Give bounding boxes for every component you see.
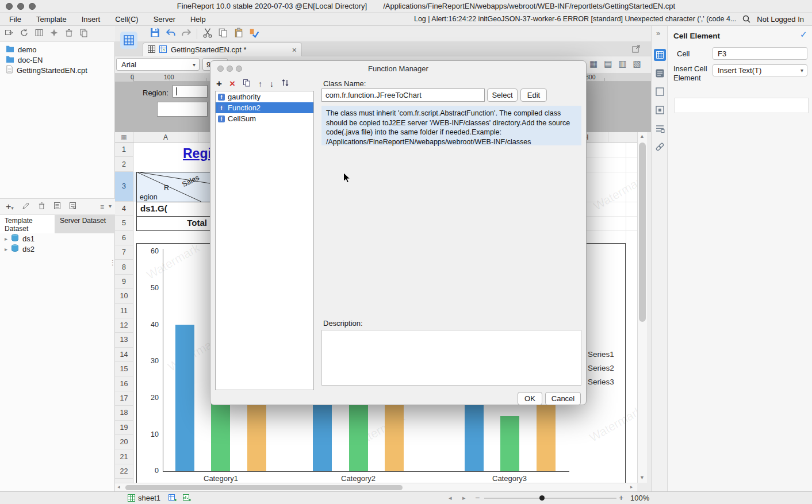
next-sheet-icon[interactable]: ▸ — [462, 494, 466, 502]
insert-chart-sheet-icon[interactable] — [183, 494, 191, 504]
insert-type-select[interactable]: Insert Text(T) ▾ — [713, 64, 807, 76]
collapse-panel-icon[interactable]: ▾ — [109, 203, 112, 211]
scroll-up-icon[interactable]: ▲ — [639, 133, 645, 139]
copy-icon[interactable] — [79, 28, 89, 40]
tree-item-doc-en[interactable]: doc-EN — [0, 55, 115, 65]
condition-attributes-icon[interactable] — [654, 122, 666, 134]
row-header-6[interactable]: 6 — [115, 231, 133, 245]
formula-cell[interactable]: ds1.G( — [140, 203, 167, 213]
row-header-4[interactable]: 4 — [115, 202, 133, 216]
prev-sheet-icon[interactable]: ◂ — [449, 494, 452, 502]
menu-cell[interactable]: Cell(C) — [115, 15, 138, 24]
move-up-icon[interactable]: ↑ — [258, 79, 262, 89]
menu-server[interactable]: Server — [154, 15, 175, 24]
tree-item-gettingstarted[interactable]: GettingStartedEN.cpt — [0, 65, 115, 75]
description-textarea[interactable] — [321, 330, 581, 386]
zoom-out-icon[interactable]: − — [475, 493, 480, 502]
dataset-item-ds1[interactable]: ▸ ds1 — [0, 233, 115, 244]
menu-file[interactable]: File — [9, 15, 21, 24]
pattern-icon[interactable]: ▧ — [633, 59, 641, 69]
horizontal-scrollbar[interactable]: ◂ ▸ — [115, 483, 637, 491]
row-header-8[interactable]: 8 — [115, 260, 133, 274]
tree-item-demo[interactable]: demo — [0, 44, 115, 55]
row-header-17[interactable]: 17 — [115, 391, 133, 406]
background-color-icon[interactable]: ▥ — [618, 59, 626, 69]
add-dataset-button[interactable]: +▾ — [6, 202, 14, 212]
row-header-11[interactable]: 11 — [115, 304, 133, 318]
row-header-18[interactable]: 18 — [115, 406, 133, 420]
list-view-icon[interactable] — [35, 28, 44, 40]
refresh-icon[interactable] — [20, 28, 29, 40]
zoom-level[interactable]: 100% — [630, 494, 649, 502]
report-template-icon[interactable] — [120, 32, 137, 49]
cell-attributes-icon[interactable] — [654, 67, 666, 79]
vscroll-thumb[interactable] — [639, 143, 646, 322]
row-header-2[interactable]: 2 — [115, 157, 133, 171]
row-header-21[interactable]: 21 — [115, 449, 133, 464]
function-item-function2[interactable]: f Function2 — [216, 102, 313, 113]
row-header-19[interactable]: 19 — [115, 421, 133, 435]
window-minimize-icon[interactable] — [17, 3, 24, 10]
vertical-scrollbar[interactable]: ▲ ▼ — [637, 132, 647, 483]
cell-ref-input[interactable]: F3 — [713, 47, 807, 60]
paste-icon[interactable] — [233, 28, 244, 40]
edit-dataset-icon[interactable] — [22, 202, 30, 212]
open-directory-icon[interactable] — [5, 28, 14, 40]
zoom-slider-track[interactable] — [484, 498, 616, 499]
row-header-10[interactable]: 10 — [115, 289, 133, 303]
search-icon[interactable] — [742, 14, 751, 24]
hyperlink-icon[interactable] — [654, 141, 666, 153]
login-status[interactable]: Not Logged In — [757, 15, 804, 24]
cut-icon[interactable] — [202, 28, 213, 40]
column-header-a[interactable]: A — [133, 132, 198, 142]
row-header-3[interactable]: 3 — [115, 172, 133, 202]
tab-template-dataset[interactable]: Template Dataset — [0, 215, 55, 233]
menu-help[interactable]: Help — [190, 15, 206, 24]
zoom-in-icon[interactable]: + — [619, 493, 623, 502]
copy-function-icon[interactable] — [243, 79, 251, 89]
row-header-5[interactable]: 5 — [115, 216, 133, 230]
move-down-icon[interactable]: ↓ — [270, 79, 274, 89]
scroll-down-icon[interactable]: ▼ — [639, 475, 645, 480]
row-header-1[interactable]: 1 — [115, 143, 133, 157]
select-class-button[interactable]: Select — [487, 89, 518, 102]
total-cell[interactable]: Total — [156, 218, 207, 228]
window-zoom-icon[interactable] — [29, 3, 36, 10]
cell-element-icon[interactable] — [654, 49, 666, 61]
log-alert[interactable]: Log | Alert:16:24:22 initGeoJSON-37-work… — [414, 15, 736, 23]
widget-settings-icon[interactable] — [654, 104, 666, 116]
remove-function-icon[interactable]: × — [229, 79, 235, 89]
row-header-13[interactable]: 13 — [115, 333, 133, 347]
function-item-gauthority[interactable]: f gauthority — [216, 91, 313, 102]
border-style-icon[interactable]: ▤ — [604, 59, 612, 69]
tab-server-dataset[interactable]: Server Dataset — [55, 215, 115, 233]
row-header-12[interactable]: 12 — [115, 318, 133, 333]
float-element-icon[interactable] — [654, 86, 666, 98]
hscroll-thumb[interactable] — [125, 485, 403, 490]
edit-class-button[interactable]: Edit — [520, 89, 547, 102]
expand-arrow-icon[interactable]: ▸ — [5, 246, 7, 252]
sort-functions-icon[interactable] — [281, 79, 289, 89]
row-header-20[interactable]: 20 — [115, 435, 133, 449]
row-header-22[interactable]: 22 — [115, 464, 133, 479]
add-function-icon[interactable]: + — [216, 79, 222, 89]
dataset-settings-icon[interactable] — [69, 202, 76, 212]
undo-icon[interactable] — [166, 28, 176, 40]
preview-dataset-icon[interactable] — [53, 202, 61, 212]
sheet-tab[interactable]: sheet1 — [138, 494, 160, 502]
param-input[interactable] — [173, 85, 208, 98]
confirm-edit-icon[interactable]: ✓ — [800, 29, 807, 40]
tab-close-icon[interactable]: × — [292, 45, 297, 55]
row-header-14[interactable]: 14 — [115, 348, 133, 362]
expand-panel-icon[interactable]: » — [656, 29, 660, 37]
delete-dataset-icon[interactable] — [38, 202, 45, 212]
menu-template[interactable]: Template — [36, 15, 67, 24]
font-family-select[interactable]: Arial ▾ — [116, 58, 200, 71]
merge-cells-icon[interactable]: ▦ — [589, 59, 597, 69]
function-item-cellsum[interactable]: f CellSum — [216, 113, 313, 124]
redo-icon[interactable] — [181, 28, 191, 40]
zoom-slider-handle[interactable] — [539, 495, 545, 501]
cell-content-input[interactable] — [675, 98, 809, 113]
class-name-input[interactable]: com.fr.function.JFreeToChart — [321, 89, 485, 102]
expand-arrow-icon[interactable]: ▸ — [5, 236, 7, 242]
